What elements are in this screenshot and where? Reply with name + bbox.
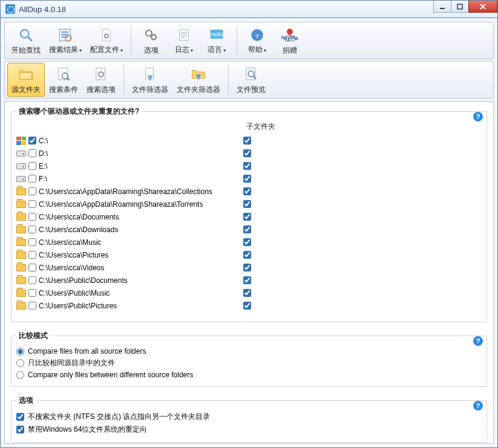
folder-path-checkbox[interactable]	[28, 289, 36, 297]
folder-row[interactable]: C:\Users\Public\Pictures	[16, 299, 472, 312]
file-preview-tab[interactable]: 文件预览	[232, 63, 270, 97]
folder-row[interactable]: C:\Users\cca\AppData\Roaming\Shareaza\Co…	[16, 185, 472, 198]
compare-mode-option[interactable]: Compare only files between different sou…	[16, 369, 482, 380]
folder-path-label: C:\Users\Public\Pictures	[39, 302, 238, 310]
drive-icon	[16, 151, 26, 157]
subfolder-checkbox[interactable]	[243, 213, 251, 221]
search-criteria-tab[interactable]: 搜索条件	[45, 63, 82, 97]
start-search-button[interactable]: 开始查找	[7, 24, 45, 57]
folder-path-checkbox[interactable]	[28, 187, 36, 195]
log-button[interactable]: 日志▾	[168, 24, 200, 57]
chevron-down-icon: ▾	[79, 48, 82, 53]
folder-row[interactable]: E:\	[16, 160, 472, 172]
svg-text:PayPal: PayPal	[281, 34, 298, 41]
folder-row[interactable]: F:\	[16, 172, 472, 185]
folder-row[interactable]: C:\Users\cca\Pictures	[16, 248, 472, 261]
subfolder-checkbox[interactable]	[243, 137, 251, 144]
app-icon	[5, 4, 15, 14]
folder-row[interactable]: C:\Users\Public\Documents	[16, 274, 472, 287]
folder-path-checkbox[interactable]	[28, 264, 36, 271]
folder-row[interactable]: C:\Users\cca\AppData\Roaming\Shareaza\To…	[16, 198, 472, 210]
help-button[interactable]: ? 帮助▾	[241, 24, 274, 57]
window-buttons	[434, 1, 497, 13]
folder-path-checkbox[interactable]	[28, 175, 36, 183]
subfolder-checkbox[interactable]	[243, 264, 251, 271]
option-label: 禁用Windows 64位文件系统的重定向	[28, 424, 147, 435]
help-badge-icon[interactable]: ?	[473, 112, 483, 122]
folder-path-checkbox[interactable]	[28, 302, 36, 310]
compare-mode-radio[interactable]	[16, 348, 24, 355]
folder-open-icon	[16, 65, 36, 84]
option-checkbox[interactable]	[16, 426, 24, 433]
subfolder-checkbox[interactable]	[243, 289, 251, 297]
close-button[interactable]	[468, 1, 497, 13]
search-results-label: 搜索结果	[49, 45, 78, 54]
file-filter-label: 文件筛选器	[132, 85, 168, 95]
compare-mode-radio[interactable]	[16, 359, 24, 367]
compare-mode-label: Compare only files between different sou…	[28, 371, 193, 379]
language-button[interactable]: Hello 语言▾	[200, 24, 233, 57]
subfolder-checkbox[interactable]	[243, 238, 251, 246]
folder-icon	[16, 290, 26, 297]
svg-line-5	[28, 37, 31, 41]
folder-row[interactable]: C:\Users\cca\Downloads	[16, 223, 472, 236]
minimize-button[interactable]	[433, 1, 451, 13]
titlebar: AllDup 4.0.18	[0, 0, 498, 18]
list-icon	[56, 25, 75, 45]
source-folder-tab[interactable]: 源文件夹	[7, 63, 45, 97]
folder-filter-tab[interactable]: 文件夹筛选器	[172, 63, 224, 97]
folder-path-checkbox[interactable]	[28, 162, 36, 170]
help-badge-icon[interactable]: ?	[473, 401, 483, 411]
folder-row[interactable]: D:\	[16, 147, 472, 160]
window-body: 开始查找 搜索结果▾ 配置文件▾ 选项 日志▾	[0, 18, 498, 448]
compare-mode-option[interactable]: 只比较相同源目录中的文件	[16, 357, 482, 369]
folder-path-checkbox[interactable]	[28, 137, 36, 144]
donate-button[interactable]: PayPal 捐赠	[274, 24, 306, 57]
subfolder-checkbox[interactable]	[243, 162, 251, 170]
subfolder-checkbox[interactable]	[243, 187, 251, 195]
folder-path-checkbox[interactable]	[28, 213, 36, 221]
folder-path-checkbox[interactable]	[28, 251, 36, 259]
folder-row[interactable]: C:\Users\cca\Music	[16, 236, 472, 248]
subfolder-checkbox[interactable]	[243, 200, 251, 208]
option-row[interactable]: 禁用Windows 64位文件系统的重定向	[16, 423, 482, 436]
option-checkbox[interactable]	[16, 413, 24, 421]
help-badge-icon[interactable]: ?	[473, 336, 483, 346]
source-folders-legend: 搜索哪个驱动器或文件夹重复的文件?	[16, 106, 142, 117]
folder-path-label: C:\Users\Public\Music	[39, 289, 238, 297]
option-row[interactable]: 不搜索文件夹 (NTFS 交接点) 该点指向另一个文件夹目录	[16, 411, 482, 423]
search-options-label: 搜索选项	[87, 85, 116, 95]
subfolder-checkbox[interactable]	[243, 302, 251, 310]
main-toolbar: 开始查找 搜索结果▾ 配置文件▾ 选项 日志▾	[4, 22, 494, 59]
folder-filter-label: 文件夹筛选器	[177, 85, 220, 95]
subfolder-checkbox[interactable]	[243, 149, 251, 157]
help-label: 帮助	[248, 45, 263, 54]
options-button[interactable]: 选项	[135, 24, 168, 57]
folder-path-checkbox[interactable]	[28, 226, 36, 233]
compare-mode-radio[interactable]	[16, 371, 24, 379]
subfolder-checkbox[interactable]	[243, 276, 251, 284]
compare-mode-option[interactable]: Compare files from all source folders	[16, 346, 482, 357]
folder-path-checkbox[interactable]	[28, 276, 36, 284]
search-results-button[interactable]: 搜索结果▾	[45, 24, 86, 57]
folder-funnel-icon	[189, 65, 208, 84]
folder-path-checkbox[interactable]	[28, 149, 36, 157]
subfolder-checkbox[interactable]	[243, 175, 251, 183]
maximize-button[interactable]	[451, 1, 469, 13]
folder-list[interactable]: C:\D:\E:\F:\C:\Users\cca\AppData\Roaming…	[16, 134, 482, 316]
folder-row[interactable]: C:\	[16, 134, 472, 147]
folder-row[interactable]: C:\Users\Public\Music	[16, 287, 472, 299]
folder-row[interactable]: C:\Users\cca\Documents	[16, 210, 472, 223]
folder-path-checkbox[interactable]	[28, 200, 36, 208]
folder-row[interactable]: C:\Users\cca\Videos	[16, 261, 472, 274]
subfolder-checkbox[interactable]	[243, 251, 251, 259]
folder-path-label: C:\	[39, 137, 238, 145]
subfolder-checkbox[interactable]	[243, 226, 251, 233]
folder-path-checkbox[interactable]	[28, 238, 36, 246]
search-options-tab[interactable]: 搜索选项	[82, 63, 120, 97]
config-file-button[interactable]: 配置文件▾	[86, 24, 127, 57]
folder-path-label: C:\Users\cca\Videos	[39, 264, 238, 272]
folder-path-label: C:\Users\cca\Documents	[39, 213, 238, 221]
file-filter-tab[interactable]: 文件筛选器	[128, 63, 172, 97]
log-icon	[174, 25, 194, 45]
